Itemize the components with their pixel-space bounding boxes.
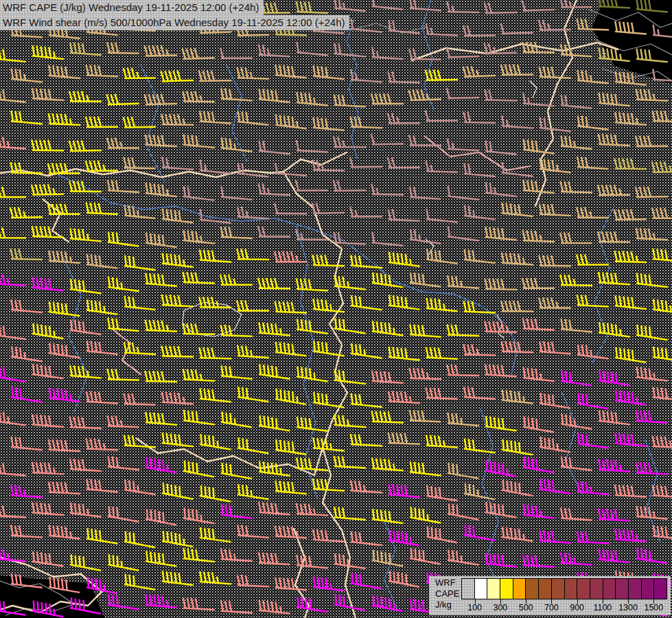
wind-barb	[145, 412, 178, 425]
wind-barb	[614, 433, 647, 446]
wind-barb	[463, 301, 496, 312]
wind-barb	[258, 183, 291, 195]
wind-barb	[485, 89, 517, 100]
wind-barb	[409, 410, 442, 422]
wind-barb	[220, 504, 253, 518]
wind-barb	[636, 89, 669, 101]
wind-barb	[636, 325, 669, 340]
wind-barb	[577, 393, 610, 409]
wind-barb	[296, 180, 328, 190]
nodata-patch	[592, 0, 672, 84]
wind-barb	[48, 204, 80, 214]
wind-barb	[334, 415, 367, 427]
wind-barb	[0, 325, 27, 339]
wind-barb	[237, 575, 270, 586]
wind-barb	[107, 43, 139, 54]
wind-barb	[48, 439, 81, 451]
wind-barb	[598, 549, 631, 563]
wind-barb	[107, 180, 140, 192]
legend-color-cell	[590, 579, 603, 599]
wind-barb	[0, 463, 27, 476]
wind-barb	[237, 163, 270, 176]
wind-barb	[199, 347, 231, 358]
legend-color-cell	[487, 579, 500, 599]
legend-color-cell	[577, 579, 590, 599]
wind-barb	[32, 502, 65, 514]
wind-barb	[107, 595, 141, 610]
wind-barb	[0, 227, 26, 238]
wind-barb	[124, 296, 157, 310]
wind-barb	[463, 25, 496, 36]
wind-barb	[10, 525, 43, 538]
wind-barb	[145, 45, 177, 56]
wind-barb	[652, 111, 672, 122]
wind-barb	[32, 45, 65, 59]
wind-barb	[145, 183, 178, 196]
wind-barb	[69, 279, 103, 293]
wind-barb	[296, 319, 329, 333]
wind-barb	[636, 273, 669, 287]
wind-barb	[614, 485, 647, 497]
wind-barb	[237, 207, 270, 219]
wind-barb	[426, 298, 459, 312]
wind-barb	[485, 227, 518, 240]
wind-barb	[426, 249, 459, 264]
wind-barb	[371, 458, 404, 470]
wind-barb	[145, 457, 178, 472]
wind-barb	[522, 318, 555, 330]
wind-barb	[275, 65, 308, 78]
wind-barb	[560, 95, 593, 108]
wind-barb	[539, 255, 571, 266]
wind-barb	[69, 459, 102, 471]
legend-color-cell	[654, 579, 667, 599]
legend-title: WRF CAPE J/kg	[435, 577, 459, 610]
wind-barb	[183, 47, 215, 58]
wind-barb	[426, 485, 459, 501]
wind-barb	[522, 417, 556, 433]
wind-barb	[124, 117, 156, 128]
wind-barb	[296, 366, 329, 381]
wind-barb	[539, 297, 571, 308]
wind-barb	[522, 230, 555, 242]
wind-barb	[145, 509, 178, 525]
wind-barb	[0, 137, 27, 149]
wind-barb	[350, 434, 383, 446]
cape-legend: WRF CAPE J/kg 10030050070090011001300150…	[429, 576, 671, 615]
wind-barb	[652, 299, 672, 313]
wind-barb	[501, 203, 534, 216]
wind-barb	[409, 273, 443, 287]
cape-contour-white	[530, 81, 537, 98]
wind-barb	[86, 439, 118, 450]
wind-barb	[652, 436, 672, 448]
wind-barb	[275, 342, 308, 356]
wind-barb	[447, 550, 480, 565]
wind-barb	[161, 253, 194, 267]
wind-barb	[69, 320, 103, 334]
wind-barb	[124, 157, 156, 168]
wind-barb	[447, 365, 479, 376]
wind-barb	[124, 255, 157, 270]
border-line-wheat	[412, 43, 618, 60]
wind-barb	[447, 139, 480, 151]
wind-barb	[636, 411, 669, 423]
wind-barb	[350, 531, 383, 545]
wind-barb	[371, 595, 405, 611]
wind-barb	[237, 387, 270, 402]
wind-barb	[69, 228, 102, 241]
wind-barb	[275, 163, 308, 175]
wind-barb	[409, 187, 442, 199]
legend-title-line1: WRF	[435, 577, 459, 588]
wind-barb	[388, 433, 421, 444]
wind-barb	[636, 462, 669, 474]
wind-barb	[69, 43, 102, 55]
wind-barb	[161, 157, 194, 170]
wind-barb	[145, 233, 178, 247]
wind-barb	[258, 226, 290, 236]
map-canvas	[0, 0, 672, 618]
wind-barb	[48, 343, 82, 358]
legend-color-cell	[513, 579, 526, 599]
wind-barb	[409, 461, 442, 475]
wind-barb	[48, 113, 81, 125]
wind-barb	[426, 110, 458, 121]
wind-barb	[463, 387, 496, 399]
